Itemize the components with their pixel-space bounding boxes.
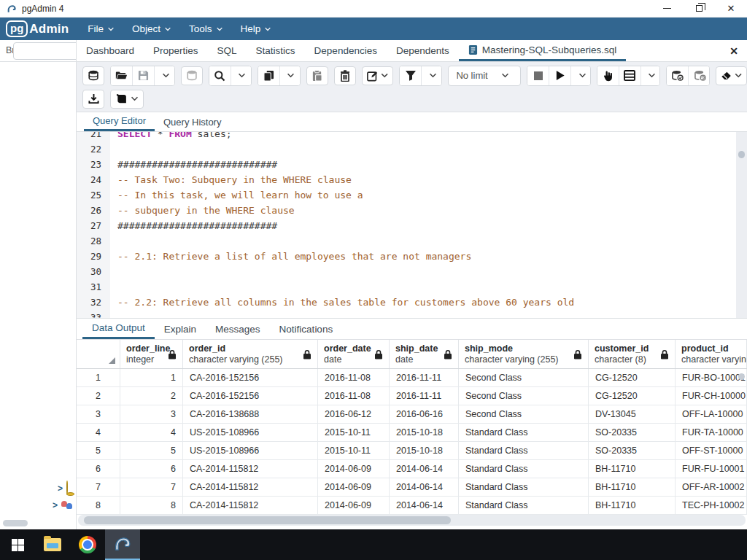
row-number-cell[interactable]: 2 — [77, 387, 120, 405]
cell-order_id[interactable]: CA-2014-115812 — [183, 497, 318, 514]
open-file-button[interactable] — [111, 66, 133, 85]
cell-order_date[interactable]: 2016-11-08 — [318, 387, 390, 405]
cell-order_line[interactable]: 8 — [120, 497, 183, 514]
cell-ship_mode[interactable]: Second Class — [459, 387, 589, 405]
copy-button[interactable] — [258, 66, 280, 85]
execute-options-button[interactable] — [571, 66, 591, 85]
row-number-cell[interactable]: 6 — [77, 460, 120, 478]
cell-order_date[interactable]: 2015-10-11 — [318, 424, 390, 441]
cell-ship_mode[interactable]: Standard Class — [459, 460, 589, 478]
cell-customer_id[interactable]: BH-11710 — [589, 460, 676, 478]
cell-order_id[interactable]: CA-2016-138688 — [183, 405, 318, 423]
commit-button[interactable] — [667, 66, 689, 85]
tab-query-editor[interactable]: Query Editor — [84, 112, 155, 131]
table-row[interactable]: 77CA-2014-1158122014-06-092014-06-14Stan… — [77, 478, 747, 497]
execute-button[interactable] — [549, 66, 571, 85]
cell-customer_id[interactable]: CG-12520 — [589, 387, 676, 405]
copy-options-button[interactable] — [280, 66, 301, 85]
delete-button[interactable] — [334, 66, 356, 85]
column-header-order_id[interactable]: order_idcharacter varying (255) — [183, 340, 318, 368]
save-button[interactable] — [133, 66, 155, 85]
tab-notifications[interactable]: Notifications — [270, 319, 343, 339]
cell-order_id[interactable]: US-2015-108966 — [183, 442, 318, 459]
column-header-order_line[interactable]: order_lineinteger — [120, 340, 183, 368]
row-number-cell[interactable]: 1 — [77, 369, 120, 386]
expand-chevron-icon[interactable]: > — [53, 500, 58, 510]
cell-ship_mode[interactable]: Second Class — [459, 405, 589, 423]
explain-button[interactable] — [597, 66, 619, 85]
close-button[interactable]: ✕ — [715, 0, 747, 18]
menu-object[interactable]: Object — [132, 23, 171, 34]
code-editor[interactable]: 21SELECT * FROM sales;2223##############… — [77, 132, 747, 318]
cancel-query-button[interactable] — [527, 66, 549, 85]
macros-button[interactable] — [110, 90, 144, 109]
cell-ship_date[interactable]: 2014-06-14 — [390, 478, 459, 496]
column-header-order_date[interactable]: order_datedate — [318, 340, 390, 368]
tab-properties[interactable]: Properties — [144, 40, 208, 61]
explain-analyze-button[interactable] — [619, 66, 641, 85]
cell-order_line[interactable]: 1 — [120, 369, 183, 386]
cell-ship_date[interactable]: 2016-11-11 — [390, 387, 459, 405]
column-header-product_id[interactable]: product_idcharacter varying — [676, 340, 747, 368]
tab-explain[interactable]: Explain — [155, 319, 206, 339]
editor-vscroll-thumb[interactable] — [738, 151, 745, 158]
menu-file[interactable]: File — [88, 23, 115, 34]
cell-product_id[interactable]: OFF-AR-10002 — [676, 478, 747, 496]
tab-dashboard[interactable]: Dashboard — [77, 40, 144, 61]
tab-messages[interactable]: Messages — [206, 319, 270, 339]
table-row[interactable]: 88CA-2014-1158122014-06-092014-06-14Stan… — [77, 497, 747, 515]
grid-hscrollbar[interactable] — [78, 515, 746, 526]
object-grid-button[interactable] — [13, 42, 76, 60]
column-header-ship_mode[interactable]: ship_modecharacter varying (255) — [459, 340, 589, 368]
filter-options-button[interactable] — [422, 66, 442, 85]
save-options-button[interactable] — [155, 66, 175, 85]
cell-customer_id[interactable]: CG-12520 — [589, 369, 676, 386]
cell-order_date[interactable]: 2014-06-09 — [318, 497, 390, 514]
row-number-cell[interactable]: 8 — [77, 497, 120, 514]
tab-data-output[interactable]: Data Output — [82, 319, 155, 339]
cell-ship_mode[interactable]: Standard Class — [459, 497, 589, 514]
edit-button[interactable] — [362, 66, 393, 85]
minimize-button[interactable] — [651, 0, 683, 18]
tab-query-history[interactable]: Query History — [155, 112, 230, 131]
table-row[interactable]: 44US-2015-1089662015-10-112015-10-18Stan… — [77, 424, 747, 442]
cell-product_id[interactable]: FUR-BO-10001 — [676, 369, 747, 386]
cell-ship_mode[interactable]: Standard Class — [459, 442, 589, 459]
table-row[interactable]: 11CA-2016-1521562016-11-082016-11-11Seco… — [77, 369, 747, 387]
cell-order_line[interactable]: 6 — [120, 460, 183, 478]
cell-order_line[interactable]: 5 — [120, 442, 183, 459]
cell-order_id[interactable]: CA-2014-115812 — [183, 478, 318, 496]
cell-ship_date[interactable]: 2015-10-18 — [390, 424, 459, 441]
cell-order_id[interactable]: CA-2014-115812 — [183, 460, 318, 478]
cell-order_id[interactable]: CA-2016-152156 — [183, 369, 318, 386]
find-button[interactable] — [209, 66, 231, 85]
pgadmin-taskbar-button[interactable] — [105, 529, 140, 560]
query-tool-button[interactable] — [82, 66, 104, 85]
cell-order_date[interactable]: 2016-11-08 — [318, 369, 390, 386]
close-tab-button[interactable]: ✕ — [729, 40, 738, 61]
restore-button[interactable] — [683, 0, 715, 18]
table-row[interactable]: 22CA-2016-1521562016-11-082016-11-11Seco… — [77, 387, 747, 405]
cell-order_line[interactable]: 2 — [120, 387, 183, 405]
cell-order_line[interactable]: 3 — [120, 405, 183, 423]
tree-item-roles[interactable]: > — [53, 500, 74, 510]
cell-customer_id[interactable]: BH-11710 — [589, 497, 676, 514]
cell-order_date[interactable]: 2016-06-12 — [318, 405, 390, 423]
row-number-cell[interactable]: 5 — [77, 442, 120, 459]
editor-vscrollbar[interactable] — [736, 132, 747, 318]
grid-vscroll-thumb[interactable] — [738, 373, 745, 380]
cell-product_id[interactable]: TEC-PH-10002 — [676, 497, 747, 514]
cell-order_line[interactable]: 4 — [120, 424, 183, 441]
menu-help[interactable]: Help — [241, 23, 272, 34]
tree-item-casts[interactable]: > — [58, 481, 74, 496]
clear-button[interactable] — [716, 66, 747, 85]
row-number-cell[interactable]: 4 — [77, 424, 120, 441]
cell-order_date[interactable]: 2015-10-11 — [318, 442, 390, 459]
cell-product_id[interactable]: FUR-FU-10001 — [676, 460, 747, 478]
cell-ship_date[interactable]: 2015-10-18 — [390, 442, 459, 459]
tab-sql[interactable]: SQL — [208, 40, 247, 61]
table-row[interactable]: 66CA-2014-1158122014-06-092014-06-14Stan… — [77, 460, 747, 478]
cell-ship_mode[interactable]: Standard Class — [459, 478, 589, 496]
menu-tools[interactable]: Tools — [189, 23, 223, 34]
cell-ship_date[interactable]: 2014-06-14 — [390, 497, 459, 514]
